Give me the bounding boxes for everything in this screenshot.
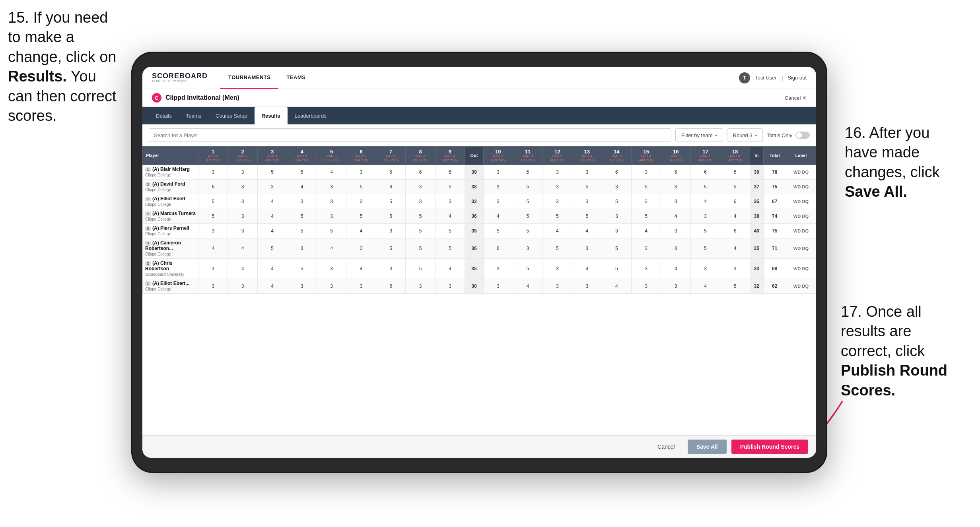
hole-17-score[interactable]: 5 <box>690 238 720 258</box>
hole-15-score[interactable]: 5 <box>631 209 661 223</box>
hole-10-score[interactable]: 3 <box>483 179 513 194</box>
hole-11-score[interactable]: 5 <box>513 209 542 223</box>
hole-8-score[interactable]: 6 <box>406 165 435 179</box>
label-wd[interactable]: WD <box>793 229 801 233</box>
hole-3-score[interactable]: 4 <box>257 279 287 293</box>
hole-14-score[interactable]: 6 <box>602 165 631 179</box>
hole-14-score[interactable]: 5 <box>602 258 631 279</box>
label-dq[interactable]: DQ <box>802 229 809 233</box>
cancel-button[interactable]: Cancel <box>649 440 683 454</box>
hole-18-score[interactable]: 3 <box>720 258 750 279</box>
hole-5-score[interactable]: 4 <box>317 165 346 179</box>
label-dq[interactable]: DQ <box>802 184 809 189</box>
hole-7-score[interactable]: 5 <box>376 209 405 223</box>
hole-10-score[interactable]: 3 <box>483 165 513 179</box>
hole-10-score[interactable]: 6 <box>483 238 513 258</box>
tab-results[interactable]: Results <box>255 107 288 124</box>
hole-5-score[interactable]: 3 <box>317 194 346 209</box>
hole-9-score[interactable]: 4 <box>435 209 465 223</box>
hole-2-score[interactable]: 3 <box>228 179 257 194</box>
hole-10-score[interactable]: 3 <box>483 279 513 293</box>
hole-7-score[interactable]: 3 <box>376 258 405 279</box>
hole-15-score[interactable]: 3 <box>631 258 661 279</box>
label-wd[interactable]: WD <box>793 266 801 271</box>
hole-7-score[interactable]: 5 <box>376 238 405 258</box>
hole-1-score[interactable]: 3 <box>198 258 228 279</box>
hole-6-score[interactable]: 3 <box>346 165 376 179</box>
nav-tournaments[interactable]: TOURNAMENTS <box>220 67 278 89</box>
hole-16-score[interactable]: 4 <box>661 258 690 279</box>
hole-4-score[interactable]: 5 <box>287 165 317 179</box>
hole-13-score[interactable]: 4 <box>572 223 602 238</box>
hole-15-score[interactable]: 5 <box>631 179 661 194</box>
hole-2-score[interactable]: 3 <box>228 279 257 293</box>
search-input[interactable] <box>149 128 671 142</box>
hole-3-score[interactable]: 4 <box>257 223 287 238</box>
hole-6-score[interactable]: 3 <box>346 238 376 258</box>
hole-12-score[interactable]: 3 <box>542 179 572 194</box>
label-wd[interactable]: WD <box>793 246 801 251</box>
hole-14-score[interactable]: 3 <box>602 179 631 194</box>
hole-4-score[interactable]: 3 <box>287 238 317 258</box>
hole-15-score[interactable]: 4 <box>631 223 661 238</box>
tab-details[interactable]: Details <box>149 107 179 124</box>
hole-2-score[interactable]: 3 <box>228 209 257 223</box>
hole-10-score[interactable]: 4 <box>483 209 513 223</box>
hole-3-score[interactable]: 5 <box>257 238 287 258</box>
hole-18-score[interactable]: 5 <box>720 279 750 293</box>
hole-15-score[interactable]: 3 <box>631 165 661 179</box>
hole-17-score[interactable]: 3 <box>690 258 720 279</box>
hole-3-score[interactable]: 4 <box>257 258 287 279</box>
hole-2-score[interactable]: 3 <box>228 223 257 238</box>
hole-13-score[interactable]: 5 <box>572 179 602 194</box>
hole-16-score[interactable]: 5 <box>661 165 690 179</box>
hole-17-score[interactable]: 5 <box>690 223 720 238</box>
hole-1-score[interactable]: 5 <box>198 209 228 223</box>
hole-8-score[interactable]: 5 <box>406 223 435 238</box>
hole-10-score[interactable]: 3 <box>483 194 513 209</box>
hole-16-score[interactable]: 3 <box>661 223 690 238</box>
hole-16-score[interactable]: 3 <box>661 194 690 209</box>
hole-7-score[interactable]: 5 <box>376 165 405 179</box>
hole-7-score[interactable]: 5 <box>376 279 405 293</box>
save-all-button[interactable]: Save All <box>688 440 727 454</box>
hole-5-score[interactable]: 3 <box>317 209 346 223</box>
hole-4-score[interactable]: 4 <box>287 179 317 194</box>
hole-9-score[interactable]: 5 <box>435 179 465 194</box>
hole-4-score[interactable]: 3 <box>287 194 317 209</box>
hole-18-score[interactable]: 6 <box>720 223 750 238</box>
hole-6-score[interactable]: 5 <box>346 179 376 194</box>
label-wd[interactable]: WD <box>793 170 801 174</box>
hole-11-score[interactable]: 5 <box>513 258 542 279</box>
hole-14-score[interactable]: 4 <box>602 279 631 293</box>
hole-12-score[interactable]: 5 <box>542 209 572 223</box>
hole-15-score[interactable]: 3 <box>631 279 661 293</box>
hole-7-score[interactable]: 5 <box>376 194 405 209</box>
hole-6-score[interactable]: 4 <box>346 258 376 279</box>
hole-5-score[interactable]: 3 <box>317 179 346 194</box>
publish-button[interactable]: Publish Round Scores <box>731 440 808 454</box>
label-dq[interactable]: DQ <box>802 266 809 271</box>
hole-18-score[interactable]: 4 <box>720 209 750 223</box>
hole-8-score[interactable]: 5 <box>406 258 435 279</box>
hole-15-score[interactable]: 3 <box>631 194 661 209</box>
hole-10-score[interactable]: 3 <box>483 258 513 279</box>
hole-1-score[interactable]: 3 <box>198 279 228 293</box>
hole-4-score[interactable]: 5 <box>287 209 317 223</box>
hole-5-score[interactable]: 4 <box>317 238 346 258</box>
hole-6-score[interactable]: 5 <box>346 209 376 223</box>
totals-toggle[interactable] <box>795 132 810 139</box>
filter-button[interactable]: Filter by team ▾ <box>675 128 723 142</box>
hole-1-score[interactable]: 6 <box>198 179 228 194</box>
label-wd[interactable]: WD <box>793 284 801 289</box>
hole-14-score[interactable]: 3 <box>602 209 631 223</box>
tab-course-setup[interactable]: Course Setup <box>208 107 255 124</box>
hole-13-score[interactable]: 3 <box>572 194 602 209</box>
label-dq[interactable]: DQ <box>802 199 809 204</box>
hole-18-score[interactable]: 5 <box>720 179 750 194</box>
hole-9-score[interactable]: 5 <box>435 238 465 258</box>
hole-1-score[interactable]: 3 <box>198 165 228 179</box>
hole-6-score[interactable]: 4 <box>346 223 376 238</box>
hole-12-score[interactable]: 4 <box>542 223 572 238</box>
hole-18-score[interactable]: 6 <box>720 194 750 209</box>
